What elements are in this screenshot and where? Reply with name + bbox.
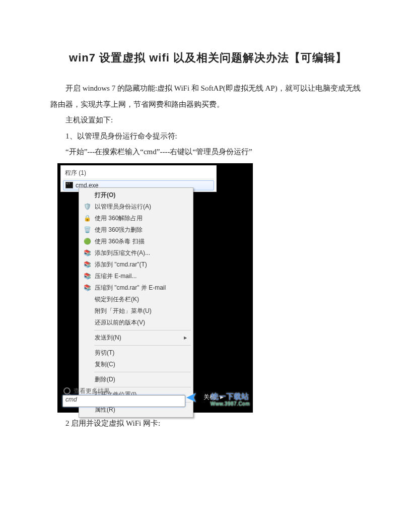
archive-icon: 📚 (83, 284, 91, 292)
paragraph-intro: 开启 windows 7 的隐藏功能:虚拟 WiFi 和 SoftAP(即虚拟无… (50, 81, 366, 112)
menu-360-force-delete[interactable]: 🗑️ 使用 360强力删除 (80, 224, 192, 236)
blank-icon (83, 349, 91, 357)
paragraph-host: 主机设置如下: (50, 112, 366, 128)
search-icon (63, 387, 71, 394)
archive-icon: 📚 (83, 272, 91, 280)
menu-pin-start[interactable]: 附到「开始」菜单(U) (80, 305, 192, 317)
programs-header: 程序 (1) (63, 168, 214, 179)
blank-icon (83, 334, 91, 342)
menu-separator (94, 330, 191, 330)
blank-icon (83, 318, 91, 326)
watermark-logo: 统一下载站 Www.3987.Com (211, 392, 250, 407)
lock-icon: 🔒 (83, 214, 91, 222)
menu-cut[interactable]: 剪切(T) (80, 347, 192, 359)
see-more-results[interactable]: 查看更多结果 (63, 387, 110, 395)
paragraph-step1: 1、以管理员身份运行命令提示符: (50, 128, 366, 145)
menu-compress-email[interactable]: 📚 压缩并 E-mail... (80, 271, 192, 282)
menu-copy[interactable]: 复制(C) (80, 359, 192, 370)
menu-delete[interactable]: 删除(D) (80, 374, 192, 385)
blank-icon (83, 307, 91, 315)
menu-send-to[interactable]: 发送到(N) (80, 332, 192, 344)
context-menu: 打开(O) 🛡️ 以管理员身份运行(A) 🔒 使用 360解除占用 🗑️ 使用 … (79, 187, 193, 418)
document-page: win7 设置虚拟 wifi 以及相关问题解决办法【可编辑】 开启 window… (0, 0, 411, 532)
archive-icon: 📚 (83, 260, 91, 269)
menu-pin-taskbar[interactable]: 锁定到任务栏(K) (80, 294, 192, 305)
menu-restore-versions[interactable]: 还原以前的版本(V) (80, 317, 192, 328)
paragraph-step2: 2 启用并设定虚拟 WiFi 网卡: (50, 416, 366, 432)
blank-icon (83, 191, 91, 199)
antivirus-icon: 🟢 (83, 237, 91, 245)
menu-separator (94, 372, 191, 372)
paragraph-cmd-path: “开始”---在搜索栏输入“cmd”----右键以“管理员身份运行” (50, 144, 366, 160)
article-title: win7 设置虚拟 wifi 以及相关问题解决办法【可编辑】 (50, 50, 366, 65)
menu-add-to-archive[interactable]: 📚 添加到压缩文件(A)... (80, 247, 192, 259)
blank-icon (83, 295, 91, 303)
trash-icon: 🗑️ (83, 226, 91, 234)
menu-run-as-admin[interactable]: 🛡️ 以管理员身份运行(A) (80, 201, 192, 213)
article-body-2: 2 启用并设定虚拟 WiFi 网卡: (50, 416, 366, 432)
menu-separator (94, 345, 191, 346)
shield-icon: 🛡️ (83, 203, 91, 211)
menu-360-scan[interactable]: 🟢 使用 360杀毒 扫描 (80, 236, 192, 247)
blank-icon (83, 360, 91, 368)
cmd-exe-icon (65, 182, 73, 188)
menu-open[interactable]: 打开(O) (80, 189, 192, 201)
menu-compress-rar-email[interactable]: 📚 压缩到 "cmd.rar" 并 E-mail (80, 282, 192, 294)
start-menu-search-input[interactable]: cmd (62, 395, 185, 407)
archive-icon: 📚 (83, 249, 91, 257)
article-body: 开启 windows 7 的隐藏功能:虚拟 WiFi 和 SoftAP(即虚拟无… (50, 81, 366, 160)
menu-add-to-cmd-rar[interactable]: 📚 添加到 "cmd.rar"(T) (80, 259, 192, 271)
blank-icon (83, 375, 91, 383)
screenshot-start-menu: 程序 (1) cmd.exe 打开(O) 🛡️ 以管理员身份运行(A) 🔒 使用… (57, 163, 253, 413)
menu-360-unlock[interactable]: 🔒 使用 360解除占用 (80, 213, 192, 224)
cursor-arrow-icon: ➤ (186, 389, 197, 406)
